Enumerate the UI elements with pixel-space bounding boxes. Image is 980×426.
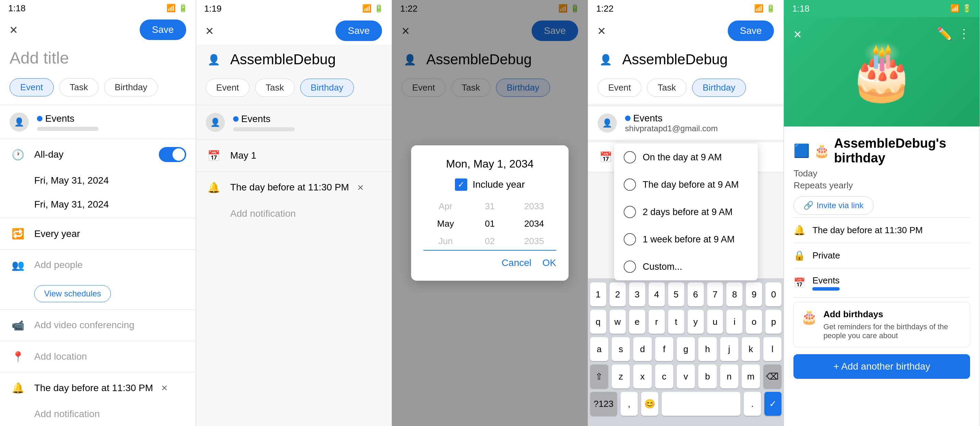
save-button-4[interactable]: Save bbox=[728, 21, 774, 41]
key-4[interactable]: 4 bbox=[649, 282, 665, 306]
title-area-1[interactable]: Add title bbox=[0, 43, 196, 74]
date-row-p2[interactable]: 📅 May 1 bbox=[196, 141, 392, 170]
save-button-2[interactable]: Save bbox=[336, 21, 382, 41]
key-y[interactable]: y bbox=[688, 310, 704, 334]
key-123[interactable]: ?123 bbox=[590, 392, 617, 416]
allday-toggle-1[interactable] bbox=[159, 147, 186, 162]
chip-task-1[interactable]: Task bbox=[59, 78, 99, 97]
dropdown-item-2[interactable]: 2 days before at 9 AM bbox=[614, 198, 758, 226]
notification-row-2[interactable]: 🔔 The day before at 11:30 PM × bbox=[196, 173, 392, 202]
modal-cancel-btn[interactable]: Cancel bbox=[501, 257, 531, 268]
edit-button-5[interactable]: ✏️ bbox=[937, 27, 952, 41]
include-year-checkbox[interactable]: ✓ bbox=[455, 179, 467, 191]
allday-row-1[interactable]: 🕐 All-day bbox=[0, 141, 196, 169]
key-v[interactable]: v bbox=[677, 364, 695, 388]
month-col[interactable]: Apr May Jun bbox=[423, 198, 468, 250]
key-2[interactable]: 2 bbox=[609, 282, 626, 306]
key-d[interactable]: d bbox=[633, 337, 651, 361]
key-comma[interactable]: , bbox=[620, 392, 638, 416]
add-notification-row-2[interactable]: Add notification bbox=[196, 202, 392, 226]
key-1[interactable]: 1 bbox=[590, 282, 606, 306]
repeat-row-1[interactable]: 🔁 Every year bbox=[0, 220, 196, 248]
key-space[interactable] bbox=[662, 392, 740, 416]
chip-event-4[interactable]: Event bbox=[598, 79, 642, 97]
date-picker-cols[interactable]: Apr May Jun 31 01 02 2033 2034 2035 bbox=[423, 198, 556, 250]
title-row-4[interactable]: 👤 AssembleDebug bbox=[588, 44, 784, 74]
video-row-1[interactable]: 📹 Add video conferencing bbox=[0, 311, 196, 339]
dropdown-item-1[interactable]: The day before at 9 AM bbox=[614, 171, 758, 198]
key-n[interactable]: n bbox=[720, 364, 738, 388]
dropdown-item-4[interactable]: Custom... bbox=[614, 253, 758, 280]
key-l[interactable]: l bbox=[763, 337, 781, 361]
key-j[interactable]: j bbox=[720, 337, 738, 361]
key-q[interactable]: q bbox=[590, 310, 606, 334]
key-z[interactable]: z bbox=[612, 364, 630, 388]
more-button-5[interactable]: ⋮ bbox=[958, 27, 970, 41]
calendar-row-2[interactable]: 👤 Events bbox=[196, 107, 392, 138]
key-a[interactable]: a bbox=[590, 337, 608, 361]
close-button-1[interactable]: × bbox=[10, 23, 18, 36]
notification-close-2[interactable]: × bbox=[357, 181, 364, 194]
close-button-4[interactable]: × bbox=[598, 24, 606, 38]
key-m[interactable]: m bbox=[742, 364, 760, 388]
key-k[interactable]: k bbox=[742, 337, 760, 361]
key-r[interactable]: r bbox=[649, 310, 665, 334]
notification-close-1[interactable]: × bbox=[161, 382, 168, 394]
dropdown-item-3[interactable]: 1 week before at 9 AM bbox=[614, 226, 758, 253]
key-period[interactable]: . bbox=[744, 392, 761, 416]
key-s[interactable]: s bbox=[612, 337, 630, 361]
view-schedules-btn-1[interactable]: View schedules bbox=[34, 285, 111, 302]
key-w[interactable]: w bbox=[609, 310, 626, 334]
title-row-2[interactable]: 👤 AssembleDebug bbox=[196, 44, 392, 74]
key-shift[interactable]: ⇧ bbox=[590, 364, 608, 388]
day-col[interactable]: 31 01 02 bbox=[468, 198, 512, 250]
close-button-5[interactable]: × bbox=[794, 27, 801, 42]
invite-btn-5[interactable]: 🔗 Invite via link bbox=[794, 196, 873, 215]
calendar-row-4[interactable]: 👤 Events shivpratapd1@gmail.com bbox=[588, 107, 784, 139]
chip-birthday-1[interactable]: Birthday bbox=[104, 78, 158, 97]
modal-ok-btn[interactable]: OK bbox=[542, 257, 556, 268]
key-enter[interactable]: ✓ bbox=[764, 392, 781, 416]
key-u[interactable]: u bbox=[707, 310, 723, 334]
chip-event-2[interactable]: Event bbox=[206, 79, 250, 97]
chip-task-4[interactable]: Task bbox=[647, 79, 686, 97]
key-3[interactable]: 3 bbox=[629, 282, 645, 306]
close-button-2[interactable]: × bbox=[206, 24, 213, 38]
chip-task-2[interactable]: Task bbox=[255, 79, 294, 97]
calendar-row-1[interactable]: 👤 Events bbox=[0, 106, 196, 137]
people-row-1[interactable]: 👥 Add people bbox=[0, 251, 196, 279]
key-g[interactable]: g bbox=[677, 337, 695, 361]
add-notification-row-1[interactable]: Add notification bbox=[0, 402, 196, 426]
key-backspace[interactable]: ⌫ bbox=[763, 364, 781, 388]
key-9[interactable]: 9 bbox=[746, 282, 762, 306]
key-o[interactable]: o bbox=[746, 310, 762, 334]
key-6[interactable]: 6 bbox=[688, 282, 704, 306]
key-0[interactable]: 0 bbox=[765, 282, 781, 306]
key-c[interactable]: c bbox=[655, 364, 673, 388]
key-7[interactable]: 7 bbox=[707, 282, 723, 306]
include-year-row[interactable]: ✓ Include year bbox=[423, 179, 556, 191]
date-row-1[interactable]: Fri, May 31, 2024 bbox=[0, 169, 196, 193]
key-x[interactable]: x bbox=[633, 364, 651, 388]
location-row-1[interactable]: 📍 Add location bbox=[0, 342, 196, 371]
key-f[interactable]: f bbox=[655, 337, 673, 361]
save-button-1[interactable]: Save bbox=[140, 19, 186, 40]
key-t[interactable]: t bbox=[668, 310, 684, 334]
chip-birthday-2[interactable]: Birthday bbox=[300, 79, 354, 97]
add-birthday-btn-5[interactable]: + Add another birthday bbox=[794, 354, 970, 379]
key-e[interactable]: e bbox=[629, 310, 645, 334]
key-5[interactable]: 5 bbox=[668, 282, 684, 306]
key-h[interactable]: h bbox=[698, 337, 716, 361]
key-8[interactable]: 8 bbox=[726, 282, 743, 306]
chip-event-1[interactable]: Event bbox=[10, 78, 54, 97]
notification-row-1[interactable]: 🔔 The day before at 11:30 PM × bbox=[0, 374, 196, 402]
key-i[interactable]: i bbox=[726, 310, 743, 334]
year-col[interactable]: 2033 2034 2035 bbox=[512, 198, 556, 250]
key-p[interactable]: p bbox=[765, 310, 781, 334]
key-b[interactable]: b bbox=[698, 364, 716, 388]
dropdown-item-0[interactable]: On the day at 9 AM bbox=[614, 144, 758, 171]
chip-birthday-4[interactable]: Birthday bbox=[692, 79, 746, 97]
schedules-row-1[interactable]: View schedules bbox=[0, 279, 196, 309]
key-emoji[interactable]: 😊 bbox=[641, 392, 658, 416]
date-row-2[interactable]: Fri, May 31, 2024 bbox=[0, 193, 196, 216]
